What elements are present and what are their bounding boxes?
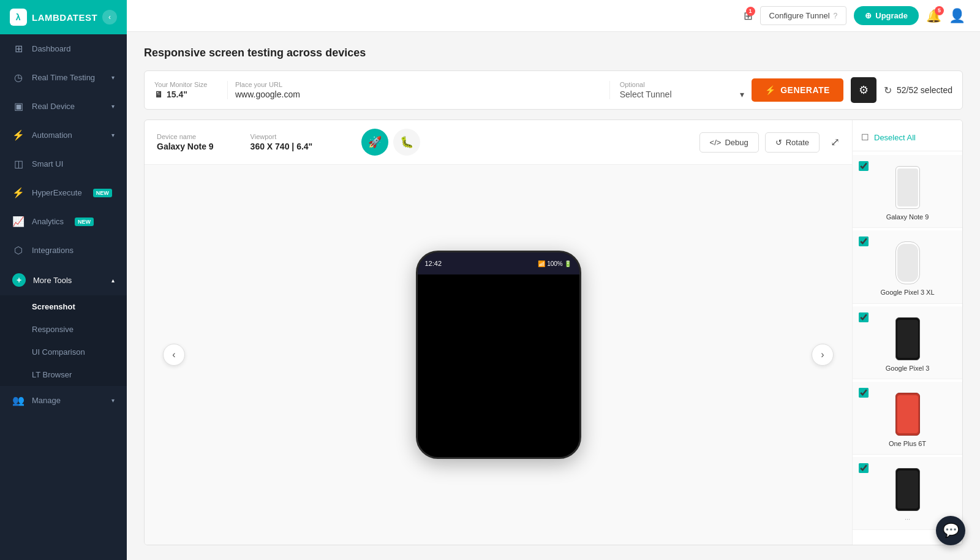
device-list-item[interactable]: One Plus 6T bbox=[853, 382, 962, 455]
expand-button[interactable]: ⤢ bbox=[831, 135, 840, 149]
device-checkbox[interactable] bbox=[859, 236, 869, 246]
phone-status: 📶 100% 🔋 bbox=[538, 260, 571, 267]
hyperexecute-icon: ⚡ bbox=[12, 187, 24, 199]
device-checkbox[interactable] bbox=[859, 463, 869, 473]
device-actions: 🚀 🐛 bbox=[361, 129, 420, 156]
device-name: One Plus 6T bbox=[889, 439, 926, 448]
device-checkbox[interactable] bbox=[859, 161, 869, 171]
monitor-label: Your Monitor Size bbox=[154, 81, 217, 88]
prev-device-button[interactable]: ‹ bbox=[163, 344, 185, 366]
device-checkbox[interactable] bbox=[859, 388, 869, 398]
debug-button[interactable]: </> Debug bbox=[699, 132, 759, 153]
deselect-all-button[interactable]: Deselect All bbox=[874, 133, 916, 142]
sidebar-item-smart-ui[interactable]: ◫ Smart UI bbox=[0, 149, 127, 178]
deselect-icon: ☐ bbox=[861, 132, 869, 142]
device-checkbox[interactable] bbox=[859, 312, 869, 322]
upgrade-button[interactable]: ⊕ Upgrade bbox=[854, 6, 919, 25]
main-content: ⊞ 1 Configure Tunnel ? ⊕ Upgrade 🔔 5 👤 R… bbox=[127, 0, 980, 560]
logo-text: LAMBDATEST bbox=[32, 12, 97, 23]
generate-button[interactable]: ⚡ GENERATE bbox=[752, 78, 843, 102]
viewport-label: Viewport bbox=[251, 133, 313, 140]
sidebar-item-more-tools[interactable]: + More Tools ▴ bbox=[0, 265, 127, 295]
device-thumbnail bbox=[895, 166, 920, 209]
sidebar-item-label: Smart UI bbox=[32, 159, 63, 168]
tunnel-placeholder: Select Tunnel bbox=[620, 89, 672, 99]
tunnel-field: Optional Select Tunnel ▾ bbox=[609, 81, 744, 99]
device-list-panel: ☐ Deselect All Galaxy Note 9 Google Pixe bbox=[852, 120, 962, 545]
sidebar-item-label: Automation bbox=[32, 131, 72, 140]
sub-nav-screenshot[interactable]: Screenshot bbox=[0, 295, 127, 318]
tunnel-label: Optional bbox=[620, 81, 744, 88]
rotate-icon: ↺ bbox=[775, 138, 782, 147]
device-list-item[interactable]: Google Pixel 3 XL bbox=[853, 230, 962, 303]
sidebar: λ LAMBDATEST ‹ ⊞ Dashboard ◷ Real Time T… bbox=[0, 0, 127, 560]
real-device-icon: ▣ bbox=[12, 100, 24, 112]
sidebar-item-real-device[interactable]: ▣ Real Device ▾ bbox=[0, 92, 127, 121]
sidebar-item-automation[interactable]: ⚡ Automation ▾ bbox=[0, 121, 127, 149]
sidebar-collapse-button[interactable]: ‹ bbox=[102, 10, 117, 25]
sidebar-item-dashboard[interactable]: ⊞ Dashboard bbox=[0, 34, 127, 63]
sub-nav-ui-comparison[interactable]: UI Comparison bbox=[0, 341, 127, 363]
monitor-value: 15.4" bbox=[167, 89, 187, 99]
sidebar-item-label: Analytics bbox=[32, 217, 64, 226]
next-device-button[interactable]: › bbox=[812, 344, 834, 366]
sub-nav-label: Screenshot bbox=[32, 302, 75, 311]
sub-nav-responsive[interactable]: Responsive bbox=[0, 318, 127, 341]
sidebar-item-label: HyperExecute bbox=[32, 188, 82, 197]
device-thumbnail bbox=[895, 241, 920, 284]
device-name: Google Pixel 3 bbox=[886, 364, 930, 373]
chat-icon: 💬 bbox=[943, 523, 959, 539]
notification-badge: 1 bbox=[746, 7, 755, 16]
phone-screen bbox=[418, 274, 579, 457]
user-avatar-button[interactable]: 👤 bbox=[949, 8, 965, 24]
device-display: ‹ 12:42 📶 100% 🔋 › bbox=[145, 165, 852, 545]
url-input[interactable] bbox=[235, 89, 602, 99]
sidebar-item-integrations[interactable]: ⬡ Integrations bbox=[0, 236, 127, 265]
url-label: Place your URL bbox=[235, 81, 602, 88]
sidebar-item-hyperexecute[interactable]: ⚡ HyperExecute NEW bbox=[0, 178, 127, 207]
notification-count: 5 bbox=[935, 6, 944, 15]
sidebar-item-label: Manage bbox=[32, 396, 61, 405]
device-area: Device name Galaxy Note 9 Viewport 360 X… bbox=[144, 119, 963, 545]
sidebar-item-manage[interactable]: 👥 Manage ▾ bbox=[0, 386, 127, 415]
device-list-item[interactable]: Galaxy Note 9 bbox=[853, 155, 962, 228]
debug-label: Debug bbox=[725, 138, 748, 147]
device-thumbnail bbox=[895, 317, 920, 360]
device-list-item[interactable]: Google Pixel 3 bbox=[853, 306, 962, 379]
chat-button[interactable]: 💬 bbox=[936, 516, 965, 545]
sidebar-item-label: Dashboard bbox=[32, 44, 71, 53]
new-badge: NEW bbox=[75, 218, 94, 226]
chevron-down-icon: ▾ bbox=[111, 132, 115, 138]
sidebar-item-analytics[interactable]: 📈 Analytics NEW bbox=[0, 207, 127, 236]
refresh-icon: ↻ bbox=[884, 85, 892, 96]
phone-notch: 12:42 📶 100% 🔋 bbox=[418, 252, 579, 274]
user-icon: 👤 bbox=[949, 8, 965, 23]
configure-tunnel-button[interactable]: Configure Tunnel ? bbox=[760, 6, 847, 25]
chevron-down-icon: ▾ bbox=[111, 74, 115, 81]
settings-button[interactable]: ⚙ bbox=[851, 77, 876, 103]
chevron-down-icon: ▾ bbox=[111, 397, 115, 404]
sub-nav-label: LT Browser bbox=[32, 370, 72, 379]
sub-nav-lt-browser[interactable]: LT Browser bbox=[0, 363, 127, 386]
upgrade-icon: ⊕ bbox=[865, 11, 872, 20]
gear-icon: ⚙ bbox=[859, 83, 869, 97]
rotate-button[interactable]: ↺ Rotate bbox=[765, 132, 820, 153]
device-name: Galaxy Note 9 bbox=[886, 213, 929, 221]
manage-icon: 👥 bbox=[12, 395, 24, 406]
notifications-button[interactable]: 🔔 5 bbox=[926, 9, 941, 23]
logo-icon: λ bbox=[10, 9, 27, 26]
code-icon: </> bbox=[710, 138, 722, 147]
tunnel-select-dropdown[interactable]: Select Tunnel ▾ bbox=[620, 89, 744, 99]
device-name: Google Pixel 3 XL bbox=[880, 288, 934, 297]
device-thumbnail bbox=[895, 468, 920, 511]
url-field: Place your URL bbox=[235, 81, 602, 99]
new-badge: NEW bbox=[93, 189, 112, 197]
monitor-size-field: Your Monitor Size 🖥 15.4" bbox=[154, 81, 228, 99]
chevron-up-icon: ▴ bbox=[111, 277, 115, 284]
grid-icon-button[interactable]: ⊞ 1 bbox=[744, 9, 753, 23]
sidebar-item-real-time-testing[interactable]: ◷ Real Time Testing ▾ bbox=[0, 63, 127, 92]
bug-icon-button[interactable]: 🐛 bbox=[393, 129, 420, 156]
monitor-icon: 🖥 bbox=[154, 89, 163, 99]
rocket-icon-button[interactable]: 🚀 bbox=[361, 129, 388, 156]
viewport-value: 360 X 740 | 6.4" bbox=[251, 142, 313, 151]
